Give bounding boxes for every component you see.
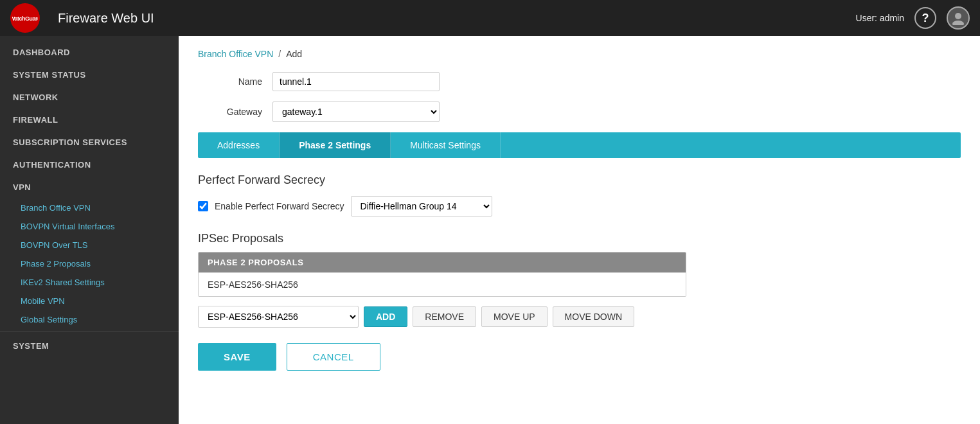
action-bar: SAVE CANCEL [198, 343, 961, 371]
remove-proposal-button[interactable]: REMOVE [413, 306, 476, 327]
sidebar-item-mobile-vpn[interactable]: Mobile VPN [0, 292, 179, 310]
breadcrumb-separator: / [278, 49, 281, 59]
proposals-dropdown[interactable]: ESP-AES256-SHA256 ESP-AES128-SHA1 ESP-3D… [198, 306, 359, 328]
sidebar-item-bovpn-over-tls[interactable]: BOVPN Over TLS [0, 236, 179, 254]
table-row: ESP-AES256-SHA256 [199, 272, 686, 296]
main-layout: DASHBOARD SYSTEM STATUS NETWORK FIREWALL… [0, 36, 980, 424]
sidebar-item-ikev2-shared-settings[interactable]: IKEv2 Shared Settings [0, 273, 179, 292]
sidebar-item-phase-2-proposals[interactable]: Phase 2 Proposals [0, 254, 179, 273]
cancel-button[interactable]: CANCEL [287, 343, 380, 371]
sidebar-item-system-status[interactable]: SYSTEM STATUS [0, 64, 179, 86]
user-avatar[interactable] [947, 6, 970, 30]
sidebar-item-dashboard[interactable]: DASHBOARD [0, 41, 179, 64]
proposals-table: PHASE 2 PROPOSALS ESP-AES256-SHA256 [198, 252, 686, 297]
sidebar-item-authentication[interactable]: AUTHENTICATION [0, 154, 179, 176]
sidebar-divider [0, 331, 179, 332]
help-button[interactable]: ? [914, 7, 936, 29]
pfs-label: Enable Perfect Forward Secrecy [215, 201, 344, 211]
sidebar-item-vpn[interactable]: VPN [0, 176, 179, 199]
tab-multicast-settings[interactable]: Multicast Settings [391, 132, 501, 158]
sidebar-item-system[interactable]: SYSTEM [0, 335, 179, 357]
proposals-controls: ESP-AES256-SHA256 ESP-AES128-SHA1 ESP-3D… [198, 306, 686, 328]
sidebar-item-bovpn-virtual-interfaces[interactable]: BOVPN Virtual Interfaces [0, 217, 179, 236]
svg-point-2 [955, 13, 961, 19]
header-right: User: admin ? [856, 6, 970, 30]
sidebar-item-global-settings[interactable]: Global Settings [0, 310, 179, 329]
name-input[interactable] [272, 72, 440, 91]
sidebar-item-network[interactable]: NETWORK [0, 86, 179, 109]
breadcrumb: Branch Office VPN / Add [198, 49, 961, 59]
tab-phase2-settings[interactable]: Phase 2 Settings [280, 132, 391, 158]
save-button[interactable]: SAVE [198, 343, 276, 371]
ipsec-proposals-title: IPSec Proposals [198, 232, 961, 245]
move-up-button[interactable]: MOVE UP [481, 306, 548, 327]
gateway-label: Gateway [198, 107, 262, 117]
sidebar: DASHBOARD SYSTEM STATUS NETWORK FIREWALL… [0, 36, 179, 424]
move-down-button[interactable]: MOVE DOWN [553, 306, 634, 327]
proposals-table-header: PHASE 2 PROPOSALS [199, 252, 686, 272]
breadcrumb-link[interactable]: Branch Office VPN [198, 49, 273, 59]
gateway-row: Gateway gateway.1 gateway.2 gateway.3 [198, 102, 961, 122]
pfs-row: Enable Perfect Forward Secrecy Diffie-He… [198, 196, 961, 216]
ipsec-proposals-section: IPSec Proposals PHASE 2 PROPOSALS ESP-AE… [198, 232, 961, 328]
name-row: Name [198, 72, 961, 91]
tabs-bar: Addresses Phase 2 Settings Multicast Set… [198, 132, 961, 158]
sidebar-item-firewall[interactable]: FIREWALL [0, 109, 179, 131]
content-area: Branch Office VPN / Add Name Gateway gat… [179, 36, 980, 424]
tab-addresses[interactable]: Addresses [198, 132, 280, 158]
gateway-select[interactable]: gateway.1 gateway.2 gateway.3 [272, 102, 440, 122]
watchguard-logo: WatchGuard [10, 3, 40, 33]
app-title: Fireware Web UI [58, 11, 154, 26]
user-label: User: admin [856, 13, 904, 23]
svg-text:WatchGuard: WatchGuard [12, 15, 38, 22]
breadcrumb-current: Add [286, 49, 302, 59]
sidebar-item-subscription-services[interactable]: SUBSCRIPTION SERVICES [0, 131, 179, 154]
add-proposal-button[interactable]: ADD [364, 306, 407, 327]
top-header: WatchGuard Fireware Web UI User: admin ? [0, 0, 980, 36]
pfs-checkbox[interactable] [198, 201, 208, 211]
logo-area: WatchGuard Fireware Web UI [10, 3, 154, 33]
pfs-section-title: Perfect Forward Secrecy [198, 173, 961, 187]
sidebar-item-branch-office-vpn[interactable]: Branch Office VPN [0, 199, 179, 217]
name-label: Name [198, 76, 262, 87]
pfs-dh-group-select[interactable]: Diffie-Hellman Group 1 Diffie-Hellman Gr… [351, 196, 492, 216]
svg-point-3 [952, 21, 964, 25]
